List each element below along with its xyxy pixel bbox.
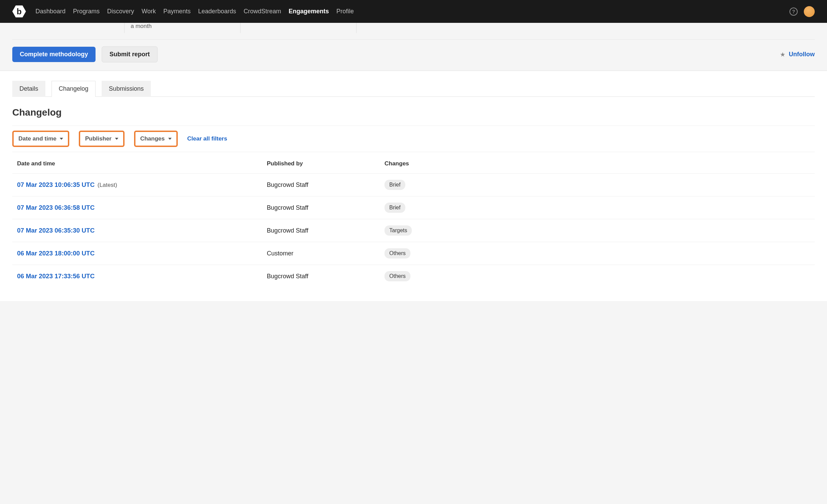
- change-pill: Brief: [385, 203, 405, 213]
- header-date: Date and time: [17, 160, 267, 167]
- nav-crowdstream[interactable]: CrowdStream: [244, 8, 281, 15]
- top-nav: b Dashboard Programs Discovery Work Paym…: [0, 0, 827, 23]
- change-pill: Others: [385, 271, 410, 281]
- avatar[interactable]: [804, 6, 815, 17]
- tab-changelog[interactable]: Changelog: [52, 81, 96, 97]
- chevron-down-icon: [168, 138, 172, 140]
- logo[interactable]: b: [12, 5, 26, 18]
- nav-engagements[interactable]: Engagements: [289, 8, 329, 15]
- header-changes: Changes: [385, 160, 810, 167]
- nav-profile[interactable]: Profile: [336, 8, 354, 15]
- publisher-text: Customer: [267, 250, 385, 257]
- nav-leaderboards[interactable]: Leaderboards: [198, 8, 236, 15]
- publisher-text: Bugcrowd Staff: [267, 204, 385, 211]
- nav-programs[interactable]: Programs: [73, 8, 100, 15]
- table-row: 07 Mar 2023 10:06:35 UTC (Latest) Bugcro…: [12, 173, 815, 196]
- filter-date-time-label: Date and time: [18, 135, 56, 142]
- change-pill: Targets: [385, 225, 412, 236]
- help-icon[interactable]: ?: [789, 8, 798, 16]
- tabs: Details Changelog Submissions: [12, 71, 815, 97]
- follow-area: ★ Unfollow: [780, 51, 815, 58]
- nav-payments[interactable]: Payments: [163, 8, 191, 15]
- date-link[interactable]: 06 Mar 2023 18:00:00 UTC: [17, 250, 95, 257]
- date-link[interactable]: 07 Mar 2023 10:06:35 UTC: [17, 181, 95, 188]
- change-pill: Others: [385, 248, 410, 258]
- changelog-table: Date and time Published by Changes 07 Ma…: [12, 154, 815, 287]
- unfollow-link[interactable]: Unfollow: [789, 51, 815, 58]
- logo-letter: b: [17, 7, 22, 16]
- latest-tag: (Latest): [98, 182, 117, 188]
- table-header: Date and time Published by Changes: [12, 154, 815, 173]
- tab-submissions[interactable]: Submissions: [102, 81, 151, 97]
- table-row: 07 Mar 2023 06:35:30 UTC Bugcrowd Staff …: [12, 219, 815, 242]
- filter-row: Date and time Publisher Changes Clear al…: [12, 125, 815, 152]
- info-row: a month: [12, 23, 815, 39]
- nav-discovery[interactable]: Discovery: [107, 8, 134, 15]
- info-snippet: a month: [131, 23, 151, 30]
- nav-dashboard[interactable]: Dashboard: [35, 8, 66, 15]
- page-title: Changelog: [12, 107, 815, 118]
- filter-date-time[interactable]: Date and time: [12, 131, 69, 147]
- action-row: Complete methodology Submit report ★ Unf…: [12, 39, 815, 71]
- filter-publisher[interactable]: Publisher: [79, 131, 124, 147]
- tab-details[interactable]: Details: [12, 81, 45, 97]
- filter-changes[interactable]: Changes: [134, 131, 178, 147]
- subheader: a month Complete methodology Submit repo…: [0, 23, 827, 71]
- table-row: 06 Mar 2023 17:33:56 UTC Bugcrowd Staff …: [12, 265, 815, 287]
- nav-links: Dashboard Programs Discovery Work Paymen…: [35, 8, 789, 15]
- date-link[interactable]: 07 Mar 2023 06:35:30 UTC: [17, 227, 95, 234]
- date-link[interactable]: 06 Mar 2023 17:33:56 UTC: [17, 272, 95, 280]
- star-icon: ★: [780, 51, 785, 58]
- publisher-text: Bugcrowd Staff: [267, 227, 385, 234]
- date-link[interactable]: 07 Mar 2023 06:36:58 UTC: [17, 204, 95, 211]
- table-row: 07 Mar 2023 06:36:58 UTC Bugcrowd Staff …: [12, 196, 815, 219]
- header-publisher: Published by: [267, 160, 385, 167]
- submit-report-button[interactable]: Submit report: [102, 46, 158, 62]
- chevron-down-icon: [115, 138, 118, 140]
- publisher-text: Bugcrowd Staff: [267, 273, 385, 280]
- content: Details Changelog Submissions Changelog …: [0, 71, 827, 301]
- publisher-text: Bugcrowd Staff: [267, 181, 385, 189]
- complete-methodology-button[interactable]: Complete methodology: [12, 47, 96, 62]
- filter-publisher-label: Publisher: [85, 135, 111, 142]
- clear-filters-link[interactable]: Clear all filters: [187, 135, 227, 142]
- filter-changes-label: Changes: [140, 135, 165, 142]
- nav-right: ?: [789, 6, 815, 17]
- nav-work[interactable]: Work: [142, 8, 156, 15]
- chevron-down-icon: [60, 138, 63, 140]
- table-row: 06 Mar 2023 18:00:00 UTC Customer Others: [12, 242, 815, 265]
- change-pill: Brief: [385, 180, 405, 190]
